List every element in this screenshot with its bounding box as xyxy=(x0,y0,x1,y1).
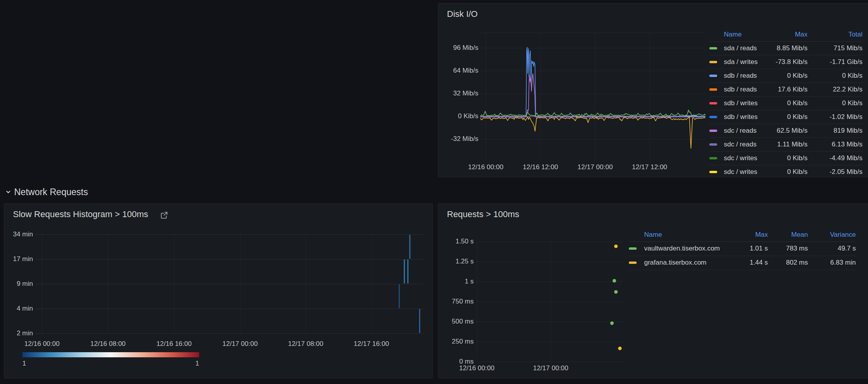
y-tick-label: 9 min xyxy=(4,280,33,287)
data-point xyxy=(610,322,614,325)
y-tick-label: 2 min xyxy=(4,330,33,337)
legend-row: sda / writes-73.8 Kib/s-1.71 Gib/s xyxy=(709,55,863,69)
legend-row: sdc / writes0 Kib/s-2.05 Mib/s xyxy=(709,165,863,177)
legend-row: sdb / reads0 Kib/s0 Kib/s xyxy=(709,69,863,83)
series-marker xyxy=(709,75,717,77)
series-marker xyxy=(709,130,717,132)
series-marker xyxy=(709,61,717,63)
gridline xyxy=(306,234,306,333)
legend-value-total: 0 Kib/s xyxy=(792,99,863,107)
gridline xyxy=(108,234,108,333)
panel-slow-requests-histogram: Slow Requests Histogram > 100ms 34 min17… xyxy=(4,203,433,379)
legend-value-total: 819 Mib/s xyxy=(792,127,863,135)
panel-requests: Requests > 100ms 1.50 s1.25 s1 s750 ms50… xyxy=(438,203,868,379)
data-point xyxy=(614,245,618,248)
heatmap-cell xyxy=(407,260,408,283)
series-marker xyxy=(709,88,717,91)
legend-row: sda / reads8.85 Mib/s715 Mib/s xyxy=(709,41,863,55)
x-tick-label: 12/16 00:00 xyxy=(24,340,60,348)
gridline xyxy=(174,234,174,333)
x-tick-label: 12/16 08:00 xyxy=(90,340,126,348)
color-scale-min-label: 1 xyxy=(22,360,26,368)
legend-header-name[interactable]: Name xyxy=(644,231,662,239)
legend-header: NameMaxMeanVariance xyxy=(629,229,856,242)
legend-row: sdb / writes0 Kib/s-1.02 Mib/s xyxy=(709,110,863,124)
x-tick-label: 12/17 00:00 xyxy=(533,364,568,372)
y-tick-label: 500 ms xyxy=(438,318,474,325)
legend-value-total: 0 Kib/s xyxy=(792,72,863,80)
x-tick-label: 12/16 16:00 xyxy=(156,340,192,348)
legend-row: sdc / reads1.11 Mib/s6.13 Mib/s xyxy=(709,137,863,152)
heatmap-cell xyxy=(419,309,420,333)
series-marker xyxy=(709,143,717,146)
series-marker xyxy=(709,116,717,118)
series-marker xyxy=(629,247,637,250)
y-tick-label: -32 Mib/s xyxy=(441,135,478,143)
series-marker xyxy=(709,47,717,49)
y-tick-label: 96 Mib/s xyxy=(441,44,478,51)
y-tick-label: 0 Kib/s xyxy=(441,113,478,120)
legend-value-total: -2.05 Mib/s xyxy=(792,168,863,176)
legend-row: vaultwarden.tiserbox.com1.01 s783 ms49.7… xyxy=(629,241,856,256)
y-tick-label: 750 ms xyxy=(438,298,474,305)
legend-value-total: 22.2 Kib/s xyxy=(792,86,863,93)
slow-requests-heatmap: 34 min17 min9 min4 min2 min12/16 00:0012… xyxy=(4,204,433,350)
legend-value-total: -1.02 Mib/s xyxy=(792,113,863,121)
legend-header: NameMaxTotal xyxy=(709,29,863,42)
legend-row: sdb / writes0 Kib/s0 Kib/s xyxy=(709,96,863,110)
x-tick-label: 12/16 12:00 xyxy=(523,163,558,171)
legend-value-total: -1.71 Gib/s xyxy=(792,58,863,66)
gridline xyxy=(42,234,42,333)
legend-header-total[interactable]: Total xyxy=(792,31,863,38)
data-point xyxy=(614,290,618,294)
row-header-network-requests[interactable]: Network Requests xyxy=(5,186,88,198)
y-tick-label: 1 s xyxy=(438,278,474,285)
legend-value-variance: 49.7 s xyxy=(785,245,856,252)
x-tick-label: 12/17 00:00 xyxy=(222,340,258,348)
heatmap-color-scale xyxy=(22,352,199,357)
disk-io-chart: 96 Mib/s64 Mib/s32 Mib/s0 Kib/s-32 Mib/s… xyxy=(438,4,709,177)
y-tick-label: 32 Mib/s xyxy=(441,90,478,97)
y-tick-label: 4 min xyxy=(4,305,33,312)
heatmap-cell xyxy=(404,260,405,283)
y-tick-label: 1.50 s xyxy=(438,238,474,245)
requests-points-svg xyxy=(476,236,623,362)
gridline xyxy=(35,333,423,334)
legend-row: sdc / writes0 Kib/s-4.49 Mib/s xyxy=(709,151,863,165)
x-tick-label: 12/17 16:00 xyxy=(354,340,389,348)
series-line xyxy=(480,110,705,117)
x-tick-label: 12/17 08:00 xyxy=(288,340,323,348)
gridline xyxy=(240,234,240,333)
requests-chart: 1.50 s1.25 s1 s750 ms500 ms250 ms0 ms12/… xyxy=(438,204,627,379)
legend-value-variance: 6.83 min xyxy=(785,259,856,267)
series-marker xyxy=(709,102,717,104)
data-point xyxy=(613,279,616,283)
gridline xyxy=(35,259,423,260)
legend-value-total: -4.49 Mib/s xyxy=(792,154,863,162)
x-tick-label: 12/16 00:00 xyxy=(468,163,504,171)
requests-legend: NameMaxMeanVariancevaultwarden.tiserbox.… xyxy=(629,229,856,300)
panel-disk-io: Disk I/O 96 Mib/s64 Mib/s32 Mib/s0 Kib/s… xyxy=(438,3,868,177)
legend-header-variance[interactable]: Variance xyxy=(785,231,856,239)
gridline xyxy=(35,309,423,309)
gridline xyxy=(35,284,423,284)
series-line xyxy=(480,47,705,116)
series-line xyxy=(480,73,705,117)
x-tick-label: 12/17 12:00 xyxy=(632,163,667,171)
gridline xyxy=(476,362,623,362)
disk-io-legend: NameMaxTotalsda / reads8.85 Mib/s715 Mib… xyxy=(709,29,863,177)
y-tick-label: 34 min xyxy=(4,231,33,238)
data-point xyxy=(618,347,622,350)
series-marker xyxy=(709,171,717,173)
series-marker xyxy=(629,261,637,264)
legend-value-total: 6.13 Mib/s xyxy=(792,141,863,148)
chevron-down-icon xyxy=(5,188,12,196)
y-tick-label: 64 Mib/s xyxy=(441,67,478,74)
legend-row: grafana.tiserbox.com1.44 s802 ms6.83 min xyxy=(629,256,856,270)
legend-row: sdc / reads62.5 Mib/s819 Mib/s xyxy=(709,124,863,138)
disk-io-series-svg xyxy=(480,31,705,161)
y-tick-label: 1.25 s xyxy=(438,258,474,265)
legend-value-total: 715 Mib/s xyxy=(792,44,863,52)
section-title: Network Requests xyxy=(14,187,88,197)
gridline xyxy=(35,234,423,235)
